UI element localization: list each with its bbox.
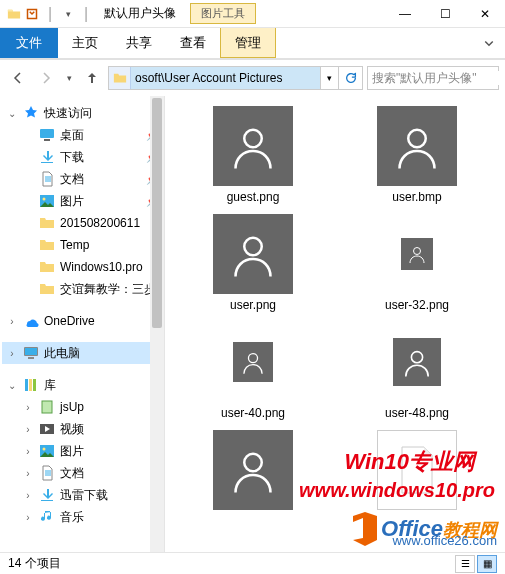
chevron-icon[interactable]: › (22, 402, 34, 413)
up-button[interactable] (80, 66, 104, 90)
minimize-button[interactable]: — (385, 0, 425, 28)
tree-label: 文档 (60, 465, 84, 482)
svg-point-22 (411, 352, 422, 363)
close-button[interactable]: ✕ (465, 0, 505, 28)
tree-quick-item[interactable]: 下载 📌 (2, 146, 164, 168)
libraries-icon (22, 376, 40, 394)
file-item[interactable]: user-32.png (385, 214, 449, 312)
file-item[interactable] (377, 430, 457, 514)
context-tools-label: 图片工具 (190, 3, 256, 24)
tab-view[interactable]: 查看 (166, 28, 220, 58)
tree-thispc[interactable]: › 此电脑 (2, 342, 164, 364)
tree-quick-item[interactable]: 文档 📌 (2, 168, 164, 190)
file-item[interactable]: user.png (213, 214, 293, 312)
folder-icon (6, 6, 22, 22)
svg-rect-10 (29, 379, 32, 391)
tree-label: Windows10.pro (60, 260, 143, 274)
file-thumb[interactable] (213, 214, 293, 294)
svg-rect-8 (28, 357, 34, 359)
forward-button[interactable] (34, 66, 58, 90)
file-item[interactable]: user.bmp (377, 106, 457, 204)
chevron-icon[interactable]: › (22, 468, 34, 479)
tree-quick-access[interactable]: ⌄ 快速访问 (2, 102, 164, 124)
divider-icon: | (78, 6, 94, 22)
scrollbar-thumb[interactable] (152, 98, 162, 328)
tree-label: 视频 (60, 421, 84, 438)
tree-quick-item[interactable]: 201508200611 (2, 212, 164, 234)
desktop-icon (38, 126, 56, 144)
tree-lib-item[interactable]: › 迅雷下载 (2, 484, 164, 506)
address-input[interactable] (131, 67, 320, 89)
tree-quick-item[interactable]: 图片 📌 (2, 190, 164, 212)
tree-quick-item[interactable]: 交谊舞教学：三步 (2, 278, 164, 300)
tab-share[interactable]: 共享 (112, 28, 166, 58)
file-thumb[interactable] (233, 342, 273, 382)
address-dropdown-icon[interactable]: ▾ (320, 67, 338, 89)
divider-icon: | (42, 6, 58, 22)
file-item[interactable]: user-48.png (385, 322, 449, 420)
window-title: 默认用户头像 (96, 5, 184, 22)
chevron-icon[interactable]: › (22, 424, 34, 435)
tree-quick-item[interactable]: Temp (2, 234, 164, 256)
chevron-icon[interactable]: › (22, 490, 34, 501)
nav-tree[interactable]: ⌄ 快速访问 桌面 📌 下载 📌 文档 📌 图片 📌 201508200611 … (0, 96, 165, 552)
star-icon (22, 104, 40, 122)
pictures-icon (38, 442, 56, 460)
file-item[interactable]: user-40.png (221, 322, 285, 420)
chevron-icon[interactable]: › (6, 316, 18, 327)
address-bar[interactable]: ▾ (108, 66, 363, 90)
svg-point-15 (43, 448, 46, 451)
search-input[interactable] (368, 71, 505, 85)
file-name: user-32.png (385, 298, 449, 312)
quick-dropdown-icon[interactable]: ▾ (60, 6, 76, 22)
tree-onedrive[interactable]: › OneDrive (2, 310, 164, 332)
svg-point-21 (248, 354, 257, 363)
file-thumb[interactable] (393, 338, 441, 386)
tree-label: 201508200611 (60, 216, 140, 230)
file-item[interactable] (213, 430, 293, 514)
chevron-icon[interactable]: › (6, 348, 18, 359)
svg-point-23 (244, 454, 262, 472)
refresh-button[interactable] (338, 67, 362, 89)
tree-lib-item[interactable]: › 文档 (2, 462, 164, 484)
tree-lib-item[interactable]: › jsUp (2, 396, 164, 418)
address-folder-icon[interactable] (109, 67, 131, 89)
history-dropdown[interactable]: ▾ (62, 66, 76, 90)
tree-label: jsUp (60, 400, 84, 414)
view-icons-button[interactable]: ▦ (477, 555, 497, 573)
chevron-icon[interactable]: ⌄ (6, 380, 18, 391)
svg-rect-3 (41, 162, 53, 163)
chevron-icon[interactable]: › (22, 512, 34, 523)
quick-save-icon[interactable] (24, 6, 40, 22)
file-thumb[interactable] (377, 430, 457, 510)
maximize-button[interactable]: ☐ (425, 0, 465, 28)
tree-quick-item[interactable]: Windows10.pro (2, 256, 164, 278)
file-tab[interactable]: 文件 (0, 28, 58, 58)
tree-lib-item[interactable]: › 视频 (2, 418, 164, 440)
tree-quick-item[interactable]: 桌面 📌 (2, 124, 164, 146)
ribbon-expand-icon[interactable] (473, 28, 505, 58)
tree-lib-item[interactable]: › 图片 (2, 440, 164, 462)
chevron-icon[interactable]: › (22, 446, 34, 457)
svg-point-17 (244, 130, 262, 148)
tree-scrollbar[interactable] (150, 96, 164, 552)
file-thumb[interactable] (213, 430, 293, 510)
file-content-area[interactable]: guest.png user.bmp user.png user-32.png … (165, 96, 505, 552)
view-details-button[interactable]: ☰ (455, 555, 475, 573)
file-name: guest.png (227, 190, 280, 204)
tree-label: 图片 (60, 443, 84, 460)
tab-home[interactable]: 主页 (58, 28, 112, 58)
svg-rect-16 (41, 500, 53, 501)
file-item[interactable]: guest.png (213, 106, 293, 204)
file-thumb[interactable] (213, 106, 293, 186)
tree-libraries[interactable]: ⌄ 库 (2, 374, 164, 396)
chevron-icon[interactable]: ⌄ (6, 108, 18, 119)
file-thumb[interactable] (377, 106, 457, 186)
back-button[interactable] (6, 66, 30, 90)
tree-label: 库 (44, 377, 56, 394)
file-thumb[interactable] (401, 238, 433, 270)
tree-lib-item[interactable]: › 音乐 (2, 506, 164, 528)
svg-rect-7 (25, 348, 37, 355)
tab-manage[interactable]: 管理 (220, 28, 276, 58)
search-bar[interactable]: ⌕ (367, 66, 499, 90)
